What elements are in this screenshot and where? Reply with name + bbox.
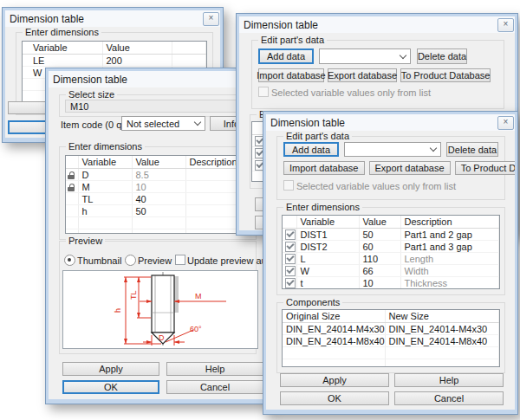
titlebar[interactable]: Dimension table × [266,114,515,131]
column-header[interactable]: Variable [296,216,359,229]
export-database-button[interactable]: Export database [369,161,451,175]
lock-icon [68,171,75,180]
table-row[interactable]: h 50 [66,205,250,217]
export-database-button[interactable]: Export database [328,68,397,82]
selected-values-checkbox[interactable] [283,180,294,191]
thumbnail-radio-label: Thumbnail [77,255,121,266]
thumbnail-radio[interactable] [64,255,75,266]
chevron-down-icon [400,51,406,58]
window-title: Dimension table [244,19,318,31]
titlebar[interactable]: Dimension table × [239,16,515,33]
group-label: Components [283,297,342,307]
help-button[interactable]: Help [394,373,504,387]
add-data-button[interactable]: Add data [258,48,314,64]
column-header[interactable]: Value [359,216,400,229]
table-row[interactable]: D 8.5 [66,169,250,181]
update-preview-checkbox[interactable] [175,255,185,265]
window-title: Dimension table [10,13,84,25]
dimensions-table[interactable]: Variable Value Description D 8.5 M 10 [65,155,250,234]
table-row[interactable]: W 66 Width [283,265,499,277]
row-checkbox[interactable] [285,278,296,288]
dimensions-table[interactable]: Variable Value Description DIST1 50 Part… [282,215,500,289]
cancel-button[interactable]: Cancel [166,380,263,394]
item-code-combobox[interactable]: Not selected [121,116,205,131]
to-product-database-button[interactable]: To Product Database [455,161,515,175]
row-checkbox[interactable] [285,254,296,264]
dialog-dimension-table-edit-front: Dimension table × Edit part's data Add d… [263,111,518,415]
group-label: Edit part's data [258,35,327,45]
database-buttons-row: Import database Export database To Produ… [283,161,500,175]
row-checkbox[interactable] [285,229,296,240]
part-drawing: h TL M D 60° [63,271,257,348]
preview-radio[interactable] [125,255,136,266]
to-product-database-button[interactable]: To Product Database [400,68,491,82]
group-label: Enter dimensions [23,27,101,37]
column-header[interactable]: New Size [385,310,499,323]
delete-data-button[interactable]: Delete data [446,142,498,157]
row-checkbox[interactable] [285,242,296,252]
preview-radio-label: Preview [138,255,172,266]
column-header[interactable]: Value [132,156,185,169]
ok-button[interactable]: OK [280,391,389,405]
preview-canvas: h TL M D 60° [62,270,258,349]
dim-d-label: D [159,333,165,342]
column-header[interactable]: Variable [23,42,102,55]
add-data-button[interactable]: Add data [283,142,339,157]
group-label: Select size [66,89,117,100]
dim-h-label: h [114,308,122,313]
chevron-down-icon [194,119,201,126]
selected-values-label: Selected variable values only from list [271,87,431,98]
lock-icon [68,184,75,192]
import-database-button[interactable]: Import database [258,68,324,82]
column-header[interactable]: Description [400,216,499,229]
cancel-button[interactable]: Cancel [394,391,504,405]
table-row[interactable]: DIN_EN_24014-M8x40 DIN_EN_24014-M8x40 [283,335,499,347]
group-label: Enter dimensions [283,202,362,212]
selected-values-label: Selected variable values only from list [296,181,456,191]
apply-button[interactable]: Apply [62,362,159,376]
table-row[interactable]: L 110 Length [283,253,499,265]
table-row[interactable]: DIN_EN_24014-M4x30 DIN_EN_24014-M4x30 [283,323,499,335]
table-row[interactable]: TL 40 [66,193,250,205]
column-header[interactable]: Original Size [283,310,385,323]
dim-tl-label: TL [129,290,138,300]
dim-m-label: M [195,292,202,300]
window-title: Dimension table [53,74,127,86]
table-row[interactable]: t 10 Thickness [283,277,499,289]
table-row[interactable]: DIST1 50 Part1 and 2 gap [283,229,499,241]
group-label: Enter dimensions [66,141,145,152]
delete-data-button[interactable]: Delete data [417,48,467,64]
column-header[interactable]: Variable [78,156,132,169]
window-title: Dimension table [270,117,345,129]
import-database-button[interactable]: Import database [283,161,365,175]
chevron-down-icon [430,145,437,152]
row-checkbox[interactable] [285,266,296,276]
dim-angle-label: 60° [190,325,202,333]
item-code-label: Item code (0 qnt [61,120,130,130]
close-icon[interactable]: × [497,18,514,32]
ok-button[interactable]: OK [62,380,159,394]
update-preview-label: Update preview automatic [187,255,269,266]
help-button[interactable]: Help [166,362,263,376]
selected-values-checkbox[interactable] [258,87,269,97]
table-row[interactable]: M 10 [66,181,250,193]
dialog-body: Edit part's data Add data Delete data Im… [266,131,515,410]
column-header[interactable]: Value [102,42,172,55]
group-label: Edit part's data [283,131,352,141]
screen: Dimension table × Enter dimensions Varia… [0,0,520,420]
close-icon[interactable]: × [497,116,514,130]
table-row[interactable]: LE 200 [23,55,206,67]
table-row[interactable]: DIST2 60 Part1 and 3 gap [283,241,499,253]
data-combobox[interactable] [319,48,411,64]
size-field[interactable]: M10 [65,100,250,113]
close-icon[interactable]: × [203,12,219,26]
components-table[interactable]: Original Size New Size DIN_EN_24014-M4x3… [282,309,500,367]
titlebar[interactable]: Dimension table × [5,10,220,27]
apply-button[interactable]: Apply [280,373,389,387]
group-label: Preview [66,236,105,246]
data-combobox[interactable] [344,142,441,157]
